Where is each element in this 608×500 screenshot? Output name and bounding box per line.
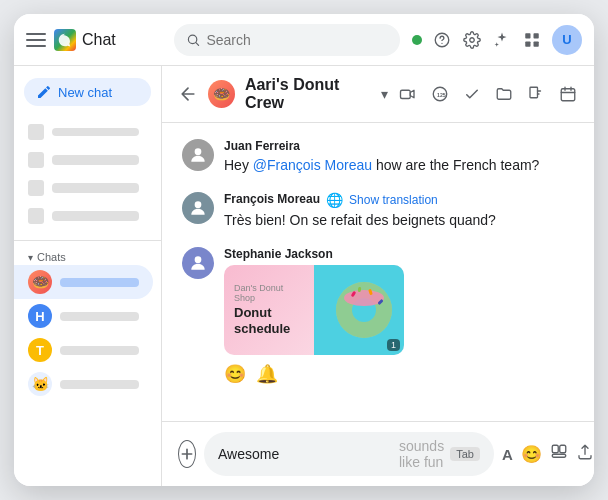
sidebar-item-history[interactable] xyxy=(14,202,153,230)
search-input[interactable] xyxy=(206,32,388,48)
svg-rect-11 xyxy=(530,87,538,98)
google-chat-logo: Chat xyxy=(54,29,116,51)
sender-name-stephanie: Stephanie Jackson xyxy=(224,247,574,261)
compose-actions: A 😊 xyxy=(502,443,594,466)
emoji-icon[interactable]: 😊 xyxy=(521,444,542,465)
msg-mention-francois[interactable]: @François Moreau xyxy=(253,157,372,173)
attachment-icon[interactable] xyxy=(550,443,568,466)
top-bar-right: U xyxy=(412,25,582,55)
shop-label: Dan's Donut Shop xyxy=(234,283,304,303)
msg-text-juan: Hey @François Moreau how are the French … xyxy=(224,155,574,176)
svg-line-1 xyxy=(196,42,199,45)
sidebar-chat-aaris-donut-crew[interactable]: 🍩 xyxy=(14,265,153,299)
badge-number: 1 xyxy=(391,340,396,350)
new-chat-label: New chat xyxy=(58,85,112,100)
sidebar: New chat xyxy=(14,66,162,486)
main-area: New chat xyxy=(14,66,594,486)
sidebar-item-home[interactable] xyxy=(14,118,153,146)
svg-point-20 xyxy=(344,290,384,306)
calendar-icon[interactable] xyxy=(558,84,578,104)
svg-point-15 xyxy=(195,256,202,263)
sender-name-francois: François Moreau xyxy=(224,192,320,206)
emoji-react-icon[interactable]: 😊 xyxy=(224,363,246,385)
top-bar: Chat U xyxy=(14,14,594,66)
chat-avatar-t: T xyxy=(28,338,52,362)
msg-text-part1: Hey xyxy=(224,157,253,173)
svg-point-3 xyxy=(441,42,442,43)
message-group-juan: Juan Ferreira Hey @François Moreau how a… xyxy=(182,139,574,176)
svg-rect-26 xyxy=(560,445,566,453)
status-dot xyxy=(412,35,422,45)
reply-icon[interactable]: 🔔 xyxy=(256,363,278,385)
user-avatar[interactable]: U xyxy=(552,25,582,55)
svg-rect-6 xyxy=(525,41,530,46)
svg-rect-25 xyxy=(552,445,558,453)
video-icon[interactable] xyxy=(398,84,418,104)
chat-header-actions: 125 xyxy=(398,84,578,104)
folder-icon[interactable] xyxy=(494,84,514,104)
chat-title: Aari's Donut Crew xyxy=(245,76,377,112)
chat-avatar-emoji: 🐱 xyxy=(28,372,52,396)
starred-icon xyxy=(28,180,44,196)
messages-area: Juan Ferreira Hey @François Moreau how a… xyxy=(162,123,594,421)
msg-content-stephanie: Stephanie Jackson Dan's Donut Shop Donut… xyxy=(224,247,574,385)
logo-icon xyxy=(54,29,76,51)
compose-add-button[interactable] xyxy=(178,440,196,468)
chat-label-h xyxy=(60,312,139,321)
section-label-text: Chats xyxy=(37,251,66,263)
svg-text:125: 125 xyxy=(437,92,446,98)
image-card[interactable]: Dan's Donut Shop Donut schedule xyxy=(224,265,404,355)
image-card-badge: 1 xyxy=(387,339,400,351)
sparkle-icon[interactable] xyxy=(492,30,512,50)
group-avatar: 🍩 xyxy=(208,80,235,108)
msg-text-part2: how are the French team? xyxy=(372,157,539,173)
translate-icon: 🌐 xyxy=(326,192,343,208)
image-card-right: 1 xyxy=(314,265,404,355)
svg-point-14 xyxy=(195,201,202,208)
home-icon xyxy=(28,124,44,140)
check-icon[interactable] xyxy=(462,84,482,104)
sidebar-chat-h[interactable]: H xyxy=(14,299,153,333)
svg-rect-27 xyxy=(552,454,566,457)
chevron-down-icon[interactable]: ▾ xyxy=(381,86,388,102)
svg-rect-5 xyxy=(534,33,539,38)
chat-label-t xyxy=(60,346,139,355)
message-row-stephanie: Stephanie Jackson Dan's Donut Shop Donut… xyxy=(182,247,574,385)
settings-icon[interactable] xyxy=(462,30,482,50)
search-bar[interactable] xyxy=(174,24,400,56)
chat-label-donut xyxy=(60,278,139,287)
mentions-count-icon[interactable]: 125 xyxy=(430,84,450,104)
app-title: Chat xyxy=(82,31,116,49)
image-card-left: Dan's Donut Shop Donut schedule xyxy=(224,265,314,355)
chat-header: 🍩 Aari's Donut Crew ▾ 125 xyxy=(162,66,594,123)
upload-icon[interactable] xyxy=(576,443,594,466)
msg-text-francois: Très bien! On se refait des beignets qua… xyxy=(224,210,574,231)
help-icon[interactable] xyxy=(432,30,452,50)
sidebar-chat-emoji[interactable]: 🐱 xyxy=(14,367,153,401)
history-icon xyxy=(28,208,44,224)
chats-section-label[interactable]: ▾ Chats xyxy=(14,247,161,265)
sidebar-item-mentions[interactable] xyxy=(14,146,153,174)
message-row-juan: Juan Ferreira Hey @François Moreau how a… xyxy=(182,139,574,176)
sidebar-divider xyxy=(14,240,161,241)
chat-avatar-h: H xyxy=(28,304,52,328)
message-group-francois: François Moreau 🌐 Show translation Très … xyxy=(182,192,574,231)
grid-icon[interactable] xyxy=(522,30,542,50)
sender-name-juan: Juan Ferreira xyxy=(224,139,574,153)
svg-rect-7 xyxy=(534,41,539,46)
svg-rect-12 xyxy=(561,89,575,101)
avatar-juan xyxy=(182,139,214,171)
top-bar-left: Chat xyxy=(26,29,174,51)
compose-input[interactable] xyxy=(218,446,393,462)
sidebar-chat-t[interactable]: T xyxy=(14,333,153,367)
chat-panel: 🍩 Aari's Donut Crew ▾ 125 xyxy=(162,66,594,486)
msg-content-juan: Juan Ferreira Hey @François Moreau how a… xyxy=(224,139,574,176)
bold-format-icon[interactable]: A xyxy=(502,446,513,463)
task-icon[interactable] xyxy=(526,84,546,104)
show-translation-link[interactable]: Show translation xyxy=(349,193,438,207)
sidebar-item-starred[interactable] xyxy=(14,174,153,202)
hamburger-icon[interactable] xyxy=(26,30,46,50)
new-chat-button[interactable]: New chat xyxy=(24,78,151,106)
compose-input-area[interactable]: sounds like fun Tab xyxy=(204,432,494,476)
back-button[interactable] xyxy=(178,84,198,104)
